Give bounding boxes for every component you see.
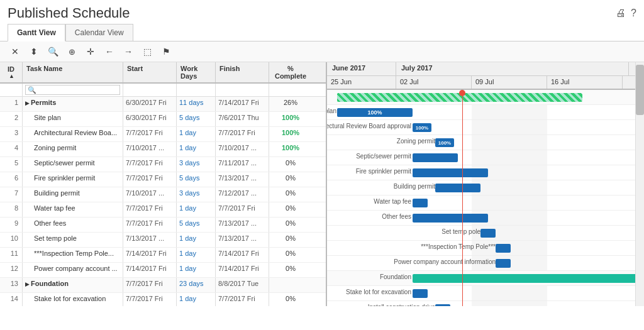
help-icon[interactable]: ? [631,8,636,19]
table-row[interactable]: 4 Zoning permit 7/10/2017 ... 1 day 7/10… [0,142,326,157]
col-header-complete: % Complete [269,62,312,82]
gantt-row: Water tap fee [327,195,635,211]
toolbar-next-btn[interactable]: → [121,44,136,59]
tab-calendar-view[interactable]: Calendar View [65,24,133,41]
gantt-task-label-building: Building permit [369,183,435,190]
toolbar-zoom-in-btn[interactable]: ⊕ [64,44,79,59]
gantt-task-label-zoning: Zoning permit [347,138,435,145]
col-header-start: Start [123,62,177,82]
gantt-bar-fire [413,168,488,177]
col-header-name: Task Name [23,62,123,82]
gantt-task-label-siteplan: Site plan [327,107,336,114]
gantt-panel: June 2017 July 2017 25 Jun 02 Jul 09 Jul… [327,62,635,306]
table-row[interactable]: 7 Building permit 7/10/2017 ... 3 days 7… [0,187,326,202]
gantt-row: Install construction drive [327,301,635,306]
table-row[interactable]: 10 Set temp pole 7/13/2017 ... 1 day 7/1… [0,233,326,248]
gantt-task-label-arch: Architectural Review Board approval [327,123,411,129]
gantt-row: Stake lot for excavation [327,286,635,301]
page-title: Published Schedule [8,5,130,21]
table-row[interactable]: 13 ▶Foundation 7/7/2017 Fri 23 days 8/8/… [0,278,326,293]
main-content: ID ▲ Task Name Start Work Days Finish % … [0,62,644,306]
gantt-task-label-inspection: ***Inspection Temp Pole*** [386,243,496,250]
table-row[interactable]: 8 Water tap fee 7/7/2017 Fri 1 day 7/7/2… [0,202,326,217]
gantt-row: Other fees [327,211,635,226]
today-marker [459,90,465,96]
scrollbar-thumb[interactable] [636,65,644,115]
sort-icon: ▲ [9,73,14,79]
gantt-task-label-fire: Fire sprinkler permit [327,168,411,175]
gantt-task-label-other: Other fees [355,213,411,220]
gantt-task-label-power: Power company account information [370,258,496,265]
gantt-week-02jul: 02 Jul [396,76,472,89]
gantt-bar-zoning: 100% [435,138,454,147]
grid-panel: ID ▲ Task Name Start Work Days Finish % … [0,62,327,306]
gantt-bar-septic [413,153,458,162]
gantt-row: Foundation [327,271,635,286]
gantt-row: Architectural Review Board approval 100% [327,120,635,135]
gantt-bar-stake [413,289,428,298]
toolbar-flag-btn[interactable]: ⚑ [158,44,174,59]
table-row[interactable]: 6 Fire sprinkler permit 7/7/2017 Fri 5 d… [0,172,326,187]
gantt-body[interactable]: Site plan 100% Architectural Review Boar… [327,90,635,306]
header-actions: 🖨 ? [616,8,636,19]
gantt-row: Septic/sewer permit [327,150,635,165]
print-icon[interactable]: 🖨 [616,8,626,19]
toolbar-collapse-btn[interactable]: ✕ [8,44,23,59]
gantt-bar-power [496,259,511,268]
gantt-task-label-foundation: Foundation [361,273,411,280]
table-row[interactable]: 12 Power company account ... 7/14/2017 F… [0,263,326,278]
gantt-bar-siteplan: 100% [337,108,413,117]
gantt-week-25jun: 25 Jun [327,76,396,89]
gantt-row: ***Inspection Temp Pole*** [327,241,635,256]
table-row[interactable]: 1 ▶Permits 6/30/2017 Fri 11 days 7/14/20… [0,97,326,112]
toolbar-zoom-out-btn[interactable]: 🔍 [45,44,60,59]
gantt-month-june: June 2017 [327,62,396,75]
gantt-header: June 2017 July 2017 25 Jun 02 Jul 09 Jul… [327,62,635,90]
gantt-bar-install [435,304,450,306]
page-header: Published Schedule 🖨 ? [0,0,644,24]
toolbar-prev-btn[interactable]: ← [102,44,117,59]
gantt-bar-water [413,199,428,207]
col-header-id: ID ▲ [0,62,23,82]
search-row [0,84,326,97]
table-row[interactable]: 3 Architectural Review Boa... 7/7/2017 F… [0,127,326,142]
gantt-task-label-water: Water tap fee [348,198,411,205]
toolbar-link-btn[interactable]: ⬚ [140,44,155,59]
tab-gantt-view[interactable]: Gantt View [8,24,65,41]
gantt-row: Site plan 100% [327,105,635,120]
gantt-row: Power company account information [327,256,635,271]
search-input[interactable] [25,85,120,95]
gantt-row [327,90,635,105]
app-container: Published Schedule 🖨 ? Gantt View Calend… [0,0,644,330]
gantt-task-label-septic: Septic/sewer permit [330,153,411,160]
table-row[interactable]: 5 Septic/sewer permit 7/7/2017 Fri 3 day… [0,157,326,172]
gantt-months-row: June 2017 July 2017 [327,62,635,76]
gantt-task-label-install: Install construction drive [338,304,435,306]
table-row[interactable]: 2 Site plan 6/30/2017 Fri 5 days 7/6/201… [0,112,326,127]
gantt-row: Set temp pole [327,226,635,241]
gantt-week-16jul: 16 Jul [547,76,623,89]
grid-body: 1 ▶Permits 6/30/2017 Fri 11 days 7/14/20… [0,97,326,306]
gantt-bar-inspection [496,244,511,253]
gantt-month-july: July 2017 [396,62,629,75]
toolbar-expand-btn[interactable]: ⬍ [26,44,42,59]
table-row[interactable]: 14 Stake lot for excavation 7/7/2017 Fri… [0,293,326,306]
gantt-week-09jul: 09 Jul [472,76,547,89]
col-header-finish: Finish [216,62,269,82]
gantt-row: Fire sprinkler permit [327,165,635,180]
toolbar-fit-btn[interactable]: ✛ [83,44,98,59]
gantt-weeks-row: 25 Jun 02 Jul 09 Jul 16 Jul [327,76,635,89]
gantt-bar-building [435,184,480,192]
gantt-task-label-temppole: Set temp pole [418,228,480,235]
gantt-bar-other [413,214,488,223]
gantt-bar-arch: 100% [413,123,431,132]
scrollbar[interactable] [635,62,644,306]
table-row[interactable]: 11 ***Inspection Temp Pole... 7/14/2017 … [0,248,326,263]
gantt-bar-temppole [480,229,496,238]
gantt-task-label-stake: Stake lot for excavation [327,289,411,295]
gantt-bar-foundation [413,274,635,283]
today-line [462,90,463,306]
tab-bar: Gantt View Calendar View [0,24,644,41]
grid-header: ID ▲ Task Name Start Work Days Finish % … [0,62,326,84]
table-row[interactable]: 9 Other fees 7/7/2017 Fri 5 days 7/13/20… [0,217,326,233]
